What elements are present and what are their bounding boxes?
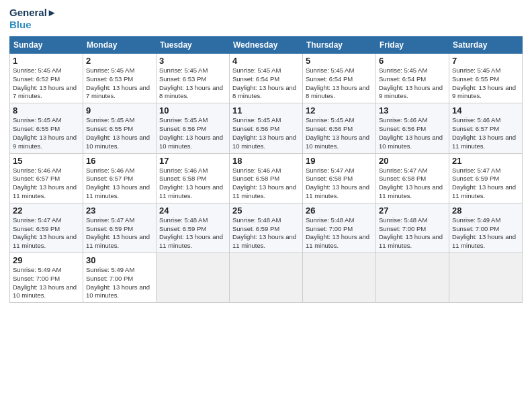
day-number: 25 bbox=[232, 205, 300, 216]
day-info: Sunrise: 5:47 AMSunset: 6:59 PMDaylight:… bbox=[452, 167, 519, 201]
col-header-monday: Monday bbox=[83, 37, 157, 54]
day-info: Sunrise: 5:45 AMSunset: 6:54 PMDaylight:… bbox=[232, 66, 300, 101]
day-info: Sunrise: 5:46 AMSunset: 6:57 PMDaylight:… bbox=[13, 167, 80, 201]
week-row-2: 8Sunrise: 5:45 AMSunset: 6:55 PMDaylight… bbox=[10, 103, 523, 153]
day-number: 26 bbox=[306, 205, 373, 216]
day-cell: 5Sunrise: 5:45 AMSunset: 6:54 PMDaylight… bbox=[303, 54, 376, 103]
day-info: Sunrise: 5:45 AMSunset: 6:52 PMDaylight:… bbox=[13, 66, 80, 101]
day-cell: 18Sunrise: 5:46 AMSunset: 6:58 PMDayligh… bbox=[230, 153, 303, 203]
day-info: Sunrise: 5:49 AMSunset: 7:00 PMDaylight:… bbox=[13, 266, 80, 300]
day-number: 15 bbox=[13, 156, 80, 166]
calendar-header-row: SundayMondayTuesdayWednesdayThursdayFrid… bbox=[10, 37, 523, 54]
day-number: 20 bbox=[379, 156, 446, 166]
logo: General► Blue bbox=[9, 7, 57, 31]
day-info: Sunrise: 5:45 AMSunset: 6:53 PMDaylight:… bbox=[159, 66, 226, 101]
day-info: Sunrise: 5:48 AMSunset: 7:00 PMDaylight:… bbox=[306, 216, 373, 250]
header: General► Blue bbox=[9, 7, 523, 31]
day-number: 5 bbox=[306, 56, 373, 66]
day-cell bbox=[303, 253, 376, 303]
day-cell: 16Sunrise: 5:46 AMSunset: 6:57 PMDayligh… bbox=[83, 153, 157, 203]
day-info: Sunrise: 5:46 AMSunset: 6:58 PMDaylight:… bbox=[232, 167, 300, 201]
day-cell: 15Sunrise: 5:46 AMSunset: 6:57 PMDayligh… bbox=[10, 153, 83, 203]
day-number: 3 bbox=[159, 56, 226, 66]
day-cell: 9Sunrise: 5:45 AMSunset: 6:55 PMDaylight… bbox=[83, 103, 157, 153]
day-cell: 20Sunrise: 5:47 AMSunset: 6:58 PMDayligh… bbox=[376, 153, 449, 203]
day-number: 23 bbox=[86, 205, 153, 216]
day-number: 27 bbox=[379, 205, 446, 216]
col-header-sunday: Sunday bbox=[10, 37, 83, 54]
day-cell: 26Sunrise: 5:48 AMSunset: 7:00 PMDayligh… bbox=[303, 203, 376, 253]
day-cell: 21Sunrise: 5:47 AMSunset: 6:59 PMDayligh… bbox=[449, 153, 523, 203]
day-cell: 22Sunrise: 5:47 AMSunset: 6:59 PMDayligh… bbox=[10, 203, 83, 253]
day-info: Sunrise: 5:49 AMSunset: 7:00 PMDaylight:… bbox=[86, 266, 153, 300]
day-info: Sunrise: 5:46 AMSunset: 6:57 PMDaylight:… bbox=[452, 116, 519, 150]
day-cell: 19Sunrise: 5:47 AMSunset: 6:58 PMDayligh… bbox=[303, 153, 376, 203]
day-number: 28 bbox=[452, 205, 519, 216]
day-number: 21 bbox=[452, 156, 519, 166]
day-cell: 24Sunrise: 5:48 AMSunset: 6:59 PMDayligh… bbox=[157, 203, 230, 253]
day-info: Sunrise: 5:47 AMSunset: 6:59 PMDaylight:… bbox=[86, 216, 153, 250]
day-number: 4 bbox=[232, 56, 300, 66]
day-info: Sunrise: 5:45 AMSunset: 6:55 PMDaylight:… bbox=[86, 116, 153, 150]
col-header-friday: Friday bbox=[376, 37, 449, 54]
day-info: Sunrise: 5:45 AMSunset: 6:54 PMDaylight:… bbox=[306, 66, 373, 101]
calendar-page: General► Blue SundayMondayTuesdayWednesd… bbox=[0, 0, 532, 411]
day-info: Sunrise: 5:45 AMSunset: 6:56 PMDaylight:… bbox=[306, 116, 373, 150]
day-cell: 17Sunrise: 5:46 AMSunset: 6:58 PMDayligh… bbox=[157, 153, 230, 203]
day-info: Sunrise: 5:46 AMSunset: 6:56 PMDaylight:… bbox=[379, 116, 446, 150]
day-cell: 29Sunrise: 5:49 AMSunset: 7:00 PMDayligh… bbox=[10, 253, 83, 303]
calendar-body: 1Sunrise: 5:45 AMSunset: 6:52 PMDaylight… bbox=[10, 54, 523, 303]
day-cell: 23Sunrise: 5:47 AMSunset: 6:59 PMDayligh… bbox=[83, 203, 157, 253]
col-header-wednesday: Wednesday bbox=[230, 37, 303, 54]
day-info: Sunrise: 5:45 AMSunset: 6:53 PMDaylight:… bbox=[86, 66, 153, 101]
day-number: 24 bbox=[159, 205, 226, 216]
day-info: Sunrise: 5:45 AMSunset: 6:55 PMDaylight:… bbox=[452, 66, 519, 101]
day-number: 30 bbox=[86, 255, 153, 265]
logo-general: General► bbox=[9, 7, 57, 19]
day-info: Sunrise: 5:49 AMSunset: 7:00 PMDaylight:… bbox=[452, 216, 519, 250]
day-cell: 28Sunrise: 5:49 AMSunset: 7:00 PMDayligh… bbox=[449, 203, 523, 253]
day-cell: 12Sunrise: 5:45 AMSunset: 6:56 PMDayligh… bbox=[303, 103, 376, 153]
day-number: 10 bbox=[159, 105, 226, 116]
day-cell: 27Sunrise: 5:48 AMSunset: 7:00 PMDayligh… bbox=[376, 203, 449, 253]
day-info: Sunrise: 5:45 AMSunset: 6:56 PMDaylight:… bbox=[159, 116, 226, 150]
day-cell bbox=[230, 253, 303, 303]
day-cell: 3Sunrise: 5:45 AMSunset: 6:53 PMDaylight… bbox=[157, 54, 230, 103]
day-cell: 14Sunrise: 5:46 AMSunset: 6:57 PMDayligh… bbox=[449, 103, 523, 153]
day-info: Sunrise: 5:48 AMSunset: 7:00 PMDaylight:… bbox=[379, 216, 446, 250]
day-info: Sunrise: 5:47 AMSunset: 6:58 PMDaylight:… bbox=[306, 167, 373, 201]
day-cell: 30Sunrise: 5:49 AMSunset: 7:00 PMDayligh… bbox=[83, 253, 157, 303]
day-cell: 7Sunrise: 5:45 AMSunset: 6:55 PMDaylight… bbox=[449, 54, 523, 103]
day-cell: 8Sunrise: 5:45 AMSunset: 6:55 PMDaylight… bbox=[10, 103, 83, 153]
day-cell bbox=[449, 253, 523, 303]
day-number: 16 bbox=[86, 156, 153, 166]
day-info: Sunrise: 5:46 AMSunset: 6:57 PMDaylight:… bbox=[86, 167, 153, 201]
day-info: Sunrise: 5:48 AMSunset: 6:59 PMDaylight:… bbox=[232, 216, 300, 250]
week-row-3: 15Sunrise: 5:46 AMSunset: 6:57 PMDayligh… bbox=[10, 153, 523, 203]
day-cell: 11Sunrise: 5:45 AMSunset: 6:56 PMDayligh… bbox=[230, 103, 303, 153]
day-number: 6 bbox=[379, 56, 446, 66]
week-row-4: 22Sunrise: 5:47 AMSunset: 6:59 PMDayligh… bbox=[10, 203, 523, 253]
logo-blue: Blue bbox=[9, 19, 57, 31]
day-number: 11 bbox=[232, 105, 300, 116]
day-cell: 4Sunrise: 5:45 AMSunset: 6:54 PMDaylight… bbox=[230, 54, 303, 103]
day-number: 17 bbox=[159, 156, 226, 166]
col-header-tuesday: Tuesday bbox=[157, 37, 230, 54]
day-info: Sunrise: 5:46 AMSunset: 6:58 PMDaylight:… bbox=[159, 167, 226, 201]
col-header-thursday: Thursday bbox=[303, 37, 376, 54]
day-number: 2 bbox=[86, 56, 153, 66]
day-number: 14 bbox=[452, 105, 519, 116]
day-info: Sunrise: 5:48 AMSunset: 6:59 PMDaylight:… bbox=[159, 216, 226, 250]
day-number: 1 bbox=[13, 56, 80, 66]
day-cell: 1Sunrise: 5:45 AMSunset: 6:52 PMDaylight… bbox=[10, 54, 83, 103]
day-info: Sunrise: 5:45 AMSunset: 6:54 PMDaylight:… bbox=[379, 66, 446, 101]
logo-container: General► Blue bbox=[9, 7, 57, 31]
day-cell: 25Sunrise: 5:48 AMSunset: 6:59 PMDayligh… bbox=[230, 203, 303, 253]
day-info: Sunrise: 5:45 AMSunset: 6:55 PMDaylight:… bbox=[13, 116, 80, 150]
day-number: 7 bbox=[452, 56, 519, 66]
day-info: Sunrise: 5:45 AMSunset: 6:56 PMDaylight:… bbox=[232, 116, 300, 150]
day-number: 8 bbox=[13, 105, 80, 116]
day-cell bbox=[376, 253, 449, 303]
day-number: 12 bbox=[306, 105, 373, 116]
day-number: 9 bbox=[86, 105, 153, 116]
